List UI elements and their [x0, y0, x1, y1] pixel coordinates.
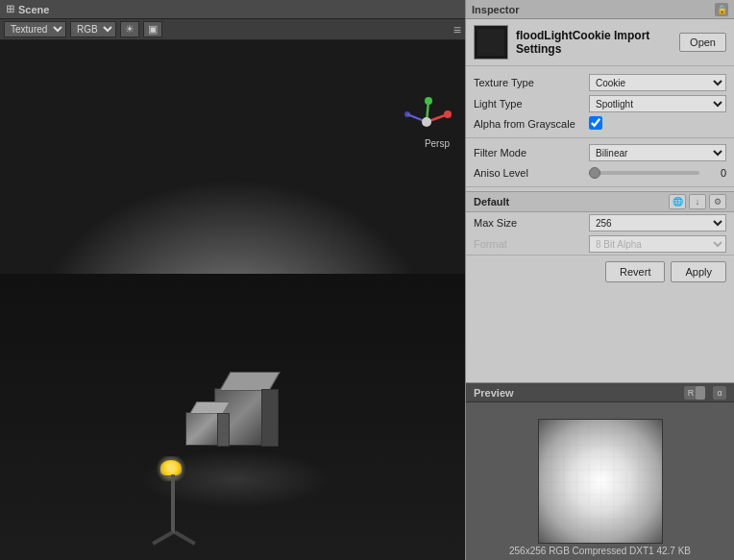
inspector-panel: Inspector 🔒 floodLightCookie Import Sett…	[465, 0, 734, 560]
open-button[interactable]: Open	[679, 33, 726, 52]
max-size-row: Max Size 256	[466, 212, 734, 233]
revert-button[interactable]: Revert	[605, 261, 665, 282]
preview-title-label: Preview	[474, 387, 684, 399]
inspector-body: Texture Type Cookie Light Type Spotlight…	[466, 66, 734, 382]
format-select[interactable]: 8 Bit Alpha	[589, 235, 726, 253]
inspector-titlebar: Inspector 🔒	[466, 0, 734, 19]
apply-button[interactable]: Apply	[671, 261, 726, 282]
preview-alpha-icon[interactable]: α	[713, 386, 726, 400]
action-row: Revert Apply	[466, 255, 734, 288]
alpha-checkbox[interactable]	[589, 116, 602, 130]
texture-type-value: Cookie	[589, 74, 726, 91]
preview-grid-svg	[539, 420, 662, 543]
aniso-slider[interactable]	[589, 171, 699, 175]
box-small	[185, 412, 219, 446]
inspector-icons: 🔒	[715, 3, 728, 16]
scene-title-label: Scene	[18, 4, 49, 15]
scene-titlebar: ⊞ Scene	[0, 0, 465, 19]
format-row: Format 8 Bit Alpha	[466, 233, 734, 255]
download-icon[interactable]: ↓	[689, 194, 706, 209]
asset-header: floodLightCookie Import Settings Open	[466, 19, 734, 66]
divider-2	[466, 186, 734, 187]
preview-info-text: 256x256 RGB Compressed DXT1 42.7 KB	[466, 546, 734, 556]
light-type-select[interactable]: Spotlight	[589, 95, 726, 112]
filter-mode-row: Filter Mode Bilinear	[466, 142, 734, 163]
aniso-thumb[interactable]	[589, 167, 600, 179]
texture-type-label: Texture Type	[474, 77, 589, 88]
scene-hash-icon: ⊞	[6, 3, 14, 15]
alpha-checkbox-container	[589, 116, 726, 132]
aniso-row: Aniso Level 0	[466, 163, 734, 183]
filter-mode-label: Filter Mode	[474, 147, 589, 158]
max-size-select[interactable]: 256	[589, 214, 726, 231]
svg-point-3	[425, 97, 432, 105]
format-label: Format	[474, 238, 589, 250]
texture-type-row: Texture Type Cookie	[466, 72, 734, 93]
preview-area: 256x256 RGB Compressed DXT1 42.7 KB	[466, 402, 734, 560]
image-icon-btn[interactable]: ▣	[143, 21, 162, 37]
box-small-side	[217, 413, 230, 447]
alpha-row: Alpha from Grayscale	[466, 114, 734, 134]
aniso-value: 0	[703, 167, 726, 179]
inspector-title-label: Inspector	[472, 4, 715, 15]
preview-controls: R α	[684, 386, 726, 400]
light-type-row: Light Type Spotlight	[466, 93, 734, 114]
texture-type-select[interactable]: Cookie	[589, 74, 726, 91]
box-large-side	[261, 389, 279, 447]
globe-icon[interactable]: 🌐	[669, 194, 686, 209]
scene-menu-icon[interactable]: ≡	[453, 22, 461, 37]
platform-icons: 🌐 ↓ ⚙	[669, 194, 726, 209]
max-size-value: 256	[589, 214, 726, 231]
asset-name-label: floodLightCookie Import Settings	[516, 29, 672, 56]
alpha-label: Alpha from Grayscale	[474, 118, 589, 130]
format-value: 8 Bit Alpha	[589, 235, 726, 253]
scene-panel: ⊞ Scene Textured RGB ☀ ▣ ≡	[0, 0, 465, 560]
preview-titlebar: Preview R α	[466, 383, 734, 402]
lock-icon[interactable]: 🔒	[715, 3, 728, 16]
max-size-label: Max Size	[474, 217, 589, 229]
scene-viewport: Persp	[0, 40, 465, 560]
perspective-label: Persp	[425, 138, 450, 149]
scene-title: ⊞ Scene	[6, 3, 49, 15]
sun-icon-btn[interactable]: ☀	[120, 21, 139, 37]
preview-image	[538, 419, 663, 544]
preview-texture	[539, 420, 662, 543]
svg-point-5	[404, 111, 410, 117]
svg-point-1	[444, 110, 452, 118]
filter-mode-value: Bilinear	[589, 144, 726, 161]
asset-icon	[474, 25, 508, 60]
platform-label: Default	[474, 196, 669, 207]
divider-1	[466, 137, 734, 138]
display-mode-select[interactable]: Textured	[4, 21, 66, 37]
settings-icon[interactable]: ⚙	[709, 194, 726, 209]
svg-point-6	[422, 117, 431, 127]
perspective-gizmo[interactable]: Persp	[398, 93, 455, 151]
stand-pole	[171, 475, 175, 534]
color-mode-select[interactable]: RGB	[70, 21, 116, 37]
filter-mode-select[interactable]: Bilinear	[589, 144, 726, 161]
light-type-value: Spotlight	[589, 95, 726, 112]
light-type-label: Light Type	[474, 98, 589, 110]
aniso-label: Aniso Level	[474, 167, 589, 179]
preview-section: Preview R α	[466, 382, 734, 560]
asset-icon-inner	[477, 29, 504, 56]
scene-toolbar: Textured RGB ☀ ▣ ≡	[0, 19, 465, 40]
platform-bar: Default 🌐 ↓ ⚙	[466, 191, 734, 212]
preview-slider-thumb[interactable]	[696, 386, 705, 400]
